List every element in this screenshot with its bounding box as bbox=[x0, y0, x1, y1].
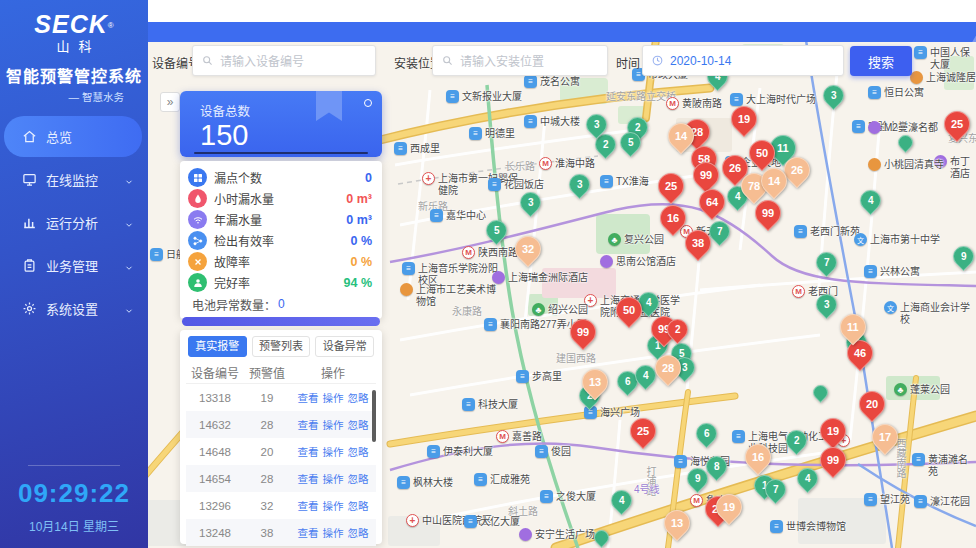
map-marker-count: 9 bbox=[694, 473, 700, 484]
action-link[interactable]: 操作 bbox=[323, 471, 344, 486]
metro-icon: M bbox=[462, 246, 475, 259]
building-icon: ≡ bbox=[474, 473, 487, 486]
cell-device-id: 14632 bbox=[186, 419, 244, 431]
map-marker-count: 2 bbox=[634, 122, 640, 133]
map-marker-count: 99 bbox=[577, 326, 589, 338]
gear-icon bbox=[22, 301, 37, 316]
action-link[interactable]: 操作 bbox=[323, 444, 344, 459]
park-icon: ♣ bbox=[532, 303, 545, 316]
brand-name: SECK bbox=[34, 10, 107, 38]
clock-box: 09:29:22 10月14日 星期三 bbox=[0, 465, 148, 548]
stat-row: 漏点个数0 bbox=[188, 167, 372, 188]
action-link[interactable]: 操作 bbox=[323, 498, 344, 513]
col-actions: 操作 bbox=[290, 364, 376, 381]
action-link[interactable]: 查看 bbox=[298, 498, 319, 513]
map-marker-count: 26 bbox=[791, 164, 803, 176]
mosque-icon bbox=[868, 158, 881, 171]
map-marker-count: 8 bbox=[713, 461, 719, 472]
map-poi-label: 中城大楼 bbox=[540, 115, 580, 128]
stat-row: 检出有效率0 % bbox=[188, 230, 372, 251]
building-icon: ≡ bbox=[852, 120, 865, 133]
action-link[interactable]: 忽略 bbox=[348, 444, 369, 459]
alarm-tabs: 真实报警预警列表设备异常 bbox=[186, 335, 376, 362]
map-marker-count: 9 bbox=[960, 251, 966, 262]
action-link[interactable]: 忽略 bbox=[348, 498, 369, 513]
tab-1[interactable]: 预警列表 bbox=[252, 336, 311, 357]
location-placeholder: 请输入安装位置 bbox=[460, 52, 544, 69]
cell-device-id: 13318 bbox=[186, 392, 244, 404]
action-link[interactable]: 查看 bbox=[298, 444, 319, 459]
action-link[interactable]: 查看 bbox=[298, 390, 319, 405]
map-poi: 上海市工艺美术博物馆 bbox=[400, 283, 504, 307]
action-link[interactable]: 忽略 bbox=[348, 525, 369, 540]
device-total-value: 150 bbox=[200, 120, 382, 150]
map-marker-count: 17 bbox=[879, 431, 891, 443]
map-marker-count: 4 bbox=[645, 297, 651, 308]
sidebar-item-label: 业务管理 bbox=[46, 256, 98, 275]
cell-actions: 查看操作忽略 bbox=[290, 417, 376, 432]
building-icon: ≡ bbox=[912, 453, 925, 466]
map-poi-label: TX淮海 bbox=[616, 175, 649, 188]
stat-label: 完好率 bbox=[214, 274, 337, 291]
sidebar-item-3[interactable]: 业务管理 bbox=[0, 245, 148, 286]
table-scrollbar[interactable] bbox=[372, 390, 376, 442]
map-marker-count: 3 bbox=[576, 179, 582, 190]
metro-icon: M bbox=[666, 97, 679, 110]
map-poi-label: 大上海时代广场 bbox=[746, 93, 816, 106]
date-input[interactable]: 2020-10-14 bbox=[642, 45, 844, 76]
circle-icon[interactable] bbox=[364, 99, 372, 107]
sidebar-item-2[interactable]: 运行分析 bbox=[0, 202, 148, 243]
map-poi: ≡老西门新苑 bbox=[794, 225, 860, 238]
building-icon: ≡ bbox=[397, 476, 410, 489]
map-marker-count: 19 bbox=[723, 501, 735, 513]
sidebar-menu: 总览在线监控运行分析业务管理系统设置 bbox=[0, 114, 148, 331]
clock-time: 09:29:22 bbox=[0, 478, 148, 509]
action-link[interactable]: 操作 bbox=[323, 417, 344, 432]
action-link[interactable]: 忽略 bbox=[348, 471, 369, 486]
map-poi: ≡明德里 bbox=[469, 127, 515, 140]
registered-mark: ® bbox=[108, 21, 114, 30]
tab-0[interactable]: 真实报警 bbox=[188, 336, 247, 357]
cell-device-id: 13248 bbox=[186, 527, 244, 539]
action-link[interactable]: 查看 bbox=[298, 417, 319, 432]
map-poi: ≡伊泰利大厦 bbox=[427, 445, 493, 458]
action-link[interactable]: 操作 bbox=[323, 525, 344, 540]
map-marker-count: 4 bbox=[618, 495, 624, 506]
sidebar-item-1[interactable]: 在线监控 bbox=[0, 159, 148, 200]
map-marker-count: 4 bbox=[642, 370, 648, 381]
action-link[interactable]: 忽略 bbox=[348, 390, 369, 405]
park-icon: ♣ bbox=[894, 383, 907, 396]
panel-collapse-button[interactable]: » bbox=[160, 92, 180, 112]
map-poi: ≡茂名公寓 bbox=[524, 75, 580, 88]
map-poi-label: 步高里 bbox=[532, 370, 562, 383]
map-poi: ≡中城大楼 bbox=[524, 115, 580, 128]
map-marker-count: 3 bbox=[527, 197, 533, 208]
map-poi-label: 科技大厦 bbox=[478, 398, 518, 411]
stat-value: 0 m³ bbox=[346, 192, 372, 206]
stat-label: 故障率 bbox=[214, 253, 343, 270]
top-blue-band bbox=[148, 22, 976, 42]
building-icon: ≡ bbox=[150, 248, 163, 261]
mosque-icon bbox=[400, 283, 413, 296]
table-row: 1324838查看操作忽略 bbox=[186, 519, 376, 546]
sidebar-item-4[interactable]: 系统设置 bbox=[0, 288, 148, 329]
sidebar-item-label: 在线监控 bbox=[46, 170, 98, 189]
building-icon: ≡ bbox=[402, 262, 415, 275]
tab-2[interactable]: 设备异常 bbox=[315, 336, 374, 357]
action-link[interactable]: 查看 bbox=[298, 471, 319, 486]
stat-row: 故障率0 % bbox=[188, 251, 372, 272]
action-link[interactable]: 查看 bbox=[298, 525, 319, 540]
cell-warn-value: 20 bbox=[244, 446, 290, 458]
map-poi: 小桃园清真寺 bbox=[868, 158, 944, 171]
sidebar-item-0[interactable]: 总览 bbox=[4, 116, 142, 157]
device-id-input[interactable]: 请输入设备编号 bbox=[192, 45, 376, 76]
action-link[interactable]: 操作 bbox=[323, 390, 344, 405]
action-link[interactable]: 忽略 bbox=[348, 417, 369, 432]
map-poi-label: 汇成雅苑 bbox=[490, 473, 530, 486]
search-button[interactable]: 搜索 bbox=[850, 46, 912, 76]
date-value: 2020-10-14 bbox=[670, 54, 731, 68]
location-input[interactable]: 请输入安装位置 bbox=[432, 45, 608, 76]
building-icon: ≡ bbox=[524, 115, 537, 128]
cell-warn-value: 28 bbox=[244, 419, 290, 431]
building-icon: ≡ bbox=[914, 495, 927, 508]
